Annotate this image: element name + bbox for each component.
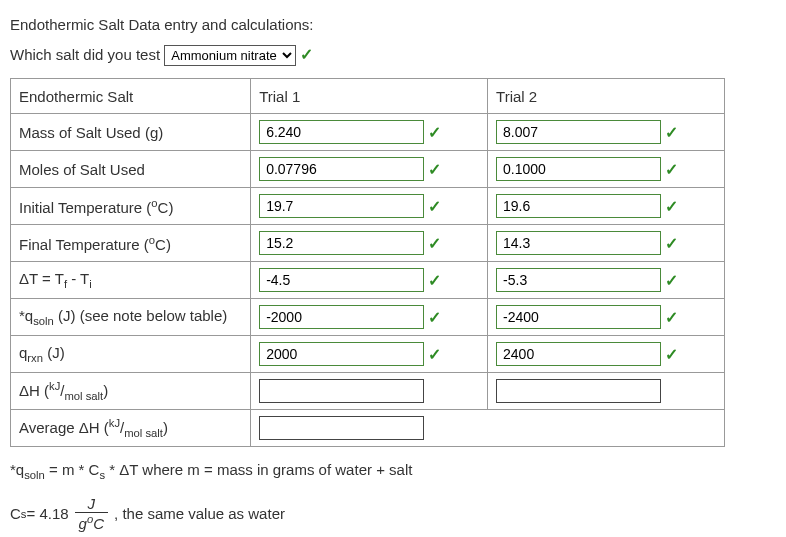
question-label: Which salt did you test [10,46,160,63]
cs-definition: Cs = 4.18 J goC , the same value as wate… [10,495,776,532]
table-row: *qsoln (J) (see note below table) ✓ ✓ [11,299,725,336]
qsoln-t1-input[interactable] [259,305,424,329]
header-trial2: Trial 2 [488,79,725,114]
row-label-tf: Final Temperature (oC) [11,225,251,262]
fraction: J goC [75,495,108,532]
dt-t2-input[interactable] [496,268,661,292]
row-label-ti: Initial Temperature (oC) [11,188,251,225]
qsoln-t2-input[interactable] [496,305,661,329]
salt-question-row: Which salt did you test Ammonium nitrate… [10,45,776,66]
tf-t1-input[interactable] [259,231,424,255]
dh-t2-input[interactable] [496,379,661,403]
row-label-avg: Average ΔH (kJ/mol salt) [11,410,251,447]
row-label-dh: ΔH (kJ/mol salt) [11,373,251,410]
ti-t1-input[interactable] [259,194,424,218]
check-icon: ✓ [428,160,441,179]
qsoln-note: *qsoln = m * Cs * ΔT where m = mass in g… [10,461,776,481]
row-label-dt: ΔT = Tf - Ti [11,262,251,299]
table-row: ΔH (kJ/mol salt) [11,373,725,410]
check-icon: ✓ [665,345,678,364]
check-icon: ✓ [665,308,678,327]
header-text: Endothermic Salt Data entry and calculat… [10,16,776,33]
check-icon: ✓ [665,160,678,179]
row-label-mass: Mass of Salt Used (g) [11,114,251,151]
check-icon: ✓ [428,345,441,364]
table-row: Average ΔH (kJ/mol salt) [11,410,725,447]
mass-t1-input[interactable] [259,120,424,144]
check-icon: ✓ [428,308,441,327]
check-icon: ✓ [428,234,441,253]
check-icon: ✓ [428,123,441,142]
check-icon: ✓ [665,234,678,253]
row-label-qsoln: *qsoln (J) (see note below table) [11,299,251,336]
salt-select[interactable]: Ammonium nitrate [164,45,296,66]
check-icon: ✓ [665,271,678,290]
check-icon: ✓ [300,46,313,63]
qrxn-t2-input[interactable] [496,342,661,366]
table-row: Mass of Salt Used (g) ✓ ✓ [11,114,725,151]
table-row: Final Temperature (oC) ✓ ✓ [11,225,725,262]
check-icon: ✓ [428,197,441,216]
header-salt: Endothermic Salt [11,79,251,114]
table-row: Initial Temperature (oC) ✓ ✓ [11,188,725,225]
mass-t2-input[interactable] [496,120,661,144]
data-table: Endothermic Salt Trial 1 Trial 2 Mass of… [10,78,725,447]
tf-t2-input[interactable] [496,231,661,255]
ti-t2-input[interactable] [496,194,661,218]
row-label-qrxn: qrxn (J) [11,336,251,373]
table-row: ΔT = Tf - Ti ✓ ✓ [11,262,725,299]
check-icon: ✓ [665,123,678,142]
dh-t1-input[interactable] [259,379,424,403]
header-trial1: Trial 1 [251,79,488,114]
check-icon: ✓ [665,197,678,216]
table-header-row: Endothermic Salt Trial 1 Trial 2 [11,79,725,114]
avg-dh-input[interactable] [259,416,424,440]
moles-t1-input[interactable] [259,157,424,181]
check-icon: ✓ [428,271,441,290]
dt-t1-input[interactable] [259,268,424,292]
table-row: Moles of Salt Used ✓ ✓ [11,151,725,188]
row-label-moles: Moles of Salt Used [11,151,251,188]
moles-t2-input[interactable] [496,157,661,181]
table-row: qrxn (J) ✓ ✓ [11,336,725,373]
qrxn-t1-input[interactable] [259,342,424,366]
